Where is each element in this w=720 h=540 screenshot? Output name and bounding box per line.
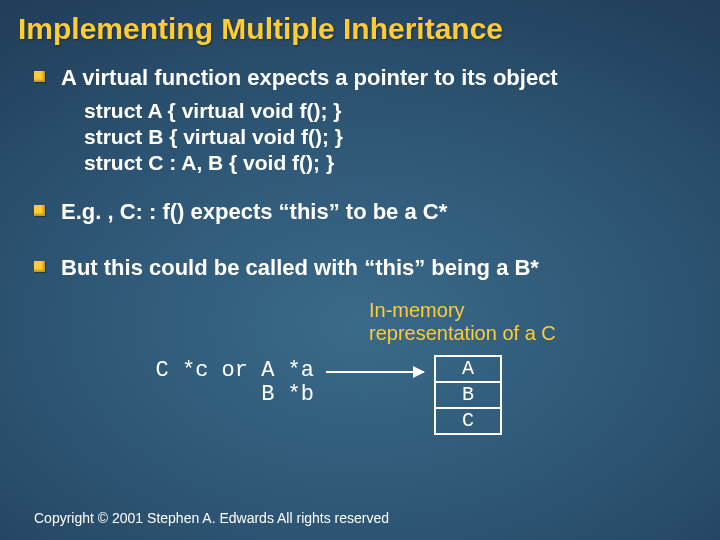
code-line-3: struct C : A, B { void f(); }	[84, 150, 686, 176]
pointer-labels: C *c or A *a B *b	[124, 359, 314, 407]
bullet-2: E.g. , C: : f() expects “this” to be a C…	[34, 198, 686, 226]
arrow-icon	[326, 371, 424, 373]
pointer-row-2: B *b	[124, 383, 314, 407]
bullet-1-text: A virtual function expects a pointer to …	[61, 64, 558, 92]
code-line-2: struct B { virtual void f(); }	[84, 124, 686, 150]
bullet-marker-icon	[34, 205, 45, 216]
bullet-marker-icon	[34, 71, 45, 82]
copyright-text: Copyright © 2001 Stephen A. Edwards All …	[34, 510, 389, 526]
bullet-marker-icon	[34, 261, 45, 272]
diagram-caption: In-memory representation of a C	[369, 299, 556, 345]
diagram: In-memory representation of a C C *c or …	[34, 299, 686, 449]
memory-cell-a: A	[436, 357, 500, 383]
bullet-3: But this could be called with “this” bei…	[34, 254, 686, 282]
bullet-1: A virtual function expects a pointer to …	[34, 64, 686, 92]
slide-content: A virtual function expects a pointer to …	[0, 46, 720, 449]
memory-cell-c: C	[436, 409, 500, 433]
caption-line-2: representation of a C	[369, 322, 556, 344]
bullet-3-text: But this could be called with “this” bei…	[61, 254, 539, 282]
caption-line-1: In-memory	[369, 299, 465, 321]
code-line-1: struct A { virtual void f(); }	[84, 98, 686, 124]
code-block: struct A { virtual void f(); } struct B …	[84, 98, 686, 177]
memory-cell-b: B	[436, 383, 500, 409]
memory-table: A B C	[434, 355, 502, 435]
pointer-row-1: C *c or A *a	[124, 359, 314, 383]
slide-title: Implementing Multiple Inheritance	[0, 0, 720, 46]
bullet-2-text: E.g. , C: : f() expects “this” to be a C…	[61, 198, 447, 226]
